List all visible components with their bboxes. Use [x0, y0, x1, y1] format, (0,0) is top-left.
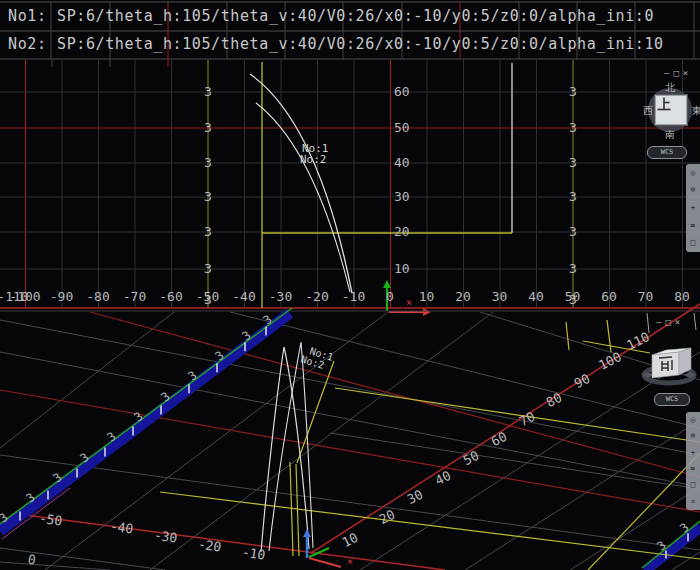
aux-mark-3: 3	[569, 84, 577, 99]
drawing-canvas[interactable]: ×-110-100-90-80-70-60-50-40-30-20-100102…	[0, 0, 700, 570]
aux-mark-3: 3	[569, 292, 577, 307]
ucs-x-axis-3d	[309, 558, 341, 567]
close-icon[interactable]: ×	[675, 317, 684, 327]
param-row2-id: No2:	[8, 31, 47, 58]
nav-tool-icon[interactable]: ¤	[691, 498, 696, 506]
persp-y-tick-label: 40	[433, 468, 454, 488]
aux-mark-3: 3	[569, 120, 577, 135]
persp-grid-line	[672, 552, 700, 570]
top-x-tick-label: 10	[419, 289, 435, 304]
minimize-icon[interactable]: —	[664, 68, 673, 78]
object-line-white-3d[interactable]	[647, 313, 649, 333]
band2-green-edge	[642, 521, 700, 568]
object-line-yellow-3d[interactable]	[607, 320, 611, 352]
object-line-white-3d[interactable]	[694, 313, 696, 330]
object-line-yellow-3d[interactable]	[160, 492, 700, 559]
top-x-tick-label: 20	[455, 289, 471, 304]
nav-tool-icon[interactable]: □	[691, 481, 696, 489]
aux-mark-3: 3	[204, 261, 212, 276]
aux-mark-3: 3	[569, 224, 577, 239]
trajectory-no1[interactable]	[250, 74, 352, 293]
ucs-x-marker: ×	[406, 297, 412, 308]
nav-tool-icon[interactable]: ◎	[691, 416, 696, 424]
persp-y-tick-label: 60	[489, 429, 510, 449]
persp-y-tick-label: 50	[461, 448, 482, 468]
ucs-z-arrowhead	[303, 529, 311, 537]
aux-mark-3: 3	[204, 155, 212, 170]
ucs-selector-pill-top[interactable]: WCS	[647, 146, 687, 159]
restore-icon[interactable]: □	[673, 68, 682, 78]
parameter-row-1: No1: SP:6/theta_h:105/theta_v:40/V0:26/x…	[0, 3, 700, 30]
ucs-y-arrowhead	[383, 280, 391, 288]
persp-y-tick-label: 30	[405, 487, 426, 507]
persp-x-tick-label: 0	[27, 552, 37, 568]
series-label: No:2	[300, 153, 327, 166]
persp-grid-line	[0, 548, 165, 570]
aux-mark-3: 3	[204, 292, 212, 307]
top-y-tick-label: 40	[394, 155, 410, 170]
persp-x-tick-label: -20	[197, 536, 223, 554]
persp-grid-line	[230, 312, 700, 428]
aux-mark-3: 3	[569, 189, 577, 204]
top-x-tick-label: 60	[601, 289, 617, 304]
top-x-tick-label: 40	[528, 289, 544, 304]
top-y-tick-label: 60	[394, 84, 410, 99]
nav-tool-icon[interactable]: ⊕	[691, 186, 696, 194]
persp-grid-line	[0, 312, 174, 448]
param-row2-value: SP:6/theta_h:105/theta_v:40/V0:26/x0:-10…	[57, 31, 664, 58]
object-line-yellow-3d[interactable]	[566, 322, 569, 350]
nav-tool-icon[interactable]: +	[691, 449, 696, 457]
top-x-tick-label: -10	[342, 289, 365, 304]
top-x-tick-label: -20	[305, 289, 328, 304]
ucs-selector-pill-bottom[interactable]: WCS	[654, 393, 690, 406]
top-x-tick-label: -60	[159, 289, 182, 304]
nav-tool-icon[interactable]: □	[691, 239, 696, 247]
aux-mark-3: 3	[204, 120, 212, 135]
persp-grid-line	[0, 562, 110, 570]
nav-tool-icon[interactable]: ≡	[691, 465, 696, 473]
restore-icon[interactable]: □	[665, 317, 674, 327]
top-x-tick-label: 0	[386, 289, 394, 304]
aux-mark-3: 3	[204, 189, 212, 204]
compass-south-label[interactable]: 南	[665, 128, 675, 142]
param-row1-value: SP:6/theta_h:105/theta_v:40/V0:26/x0:-10…	[57, 3, 654, 30]
close-icon[interactable]: ×	[683, 68, 692, 78]
top-x-tick-label: -80	[86, 289, 109, 304]
top-x-tick-label: -100	[9, 289, 40, 304]
persp-grid-line	[330, 433, 700, 489]
compass-east-label[interactable]: 東	[692, 104, 700, 118]
persp-x-tick-label: -50	[38, 510, 64, 528]
nav-tool-icon[interactable]: ≡	[691, 222, 696, 230]
parameter-row-2: No2: SP:6/theta_h:105/theta_v:40/V0:26/x…	[0, 31, 700, 58]
persp-x-tick-label: -10	[241, 544, 267, 562]
viewcube-3d-glyph[interactable]	[638, 338, 700, 388]
aux-mark-3: 3	[569, 261, 577, 276]
kanji-up-glyph	[656, 96, 672, 112]
persp-y-tick-label: 100	[596, 349, 624, 373]
top-x-tick-label: 70	[638, 289, 654, 304]
aux-mark-3: 3	[569, 155, 577, 170]
top-x-tick-label: -40	[232, 289, 255, 304]
nav-tool-icon[interactable]: ◎	[691, 169, 696, 177]
top-x-tick-label: -30	[269, 289, 292, 304]
top-y-tick-label: 20	[394, 224, 410, 239]
top-x-tick-label: -70	[123, 289, 146, 304]
persp-x-tick-label: -30	[153, 527, 179, 545]
compass-west-label[interactable]: 西	[643, 104, 653, 118]
compass-north-label[interactable]: 北	[665, 81, 675, 95]
top-y-tick-label: 10	[394, 261, 410, 276]
navigation-toolbar-top[interactable]: ◎⊕+≡□	[686, 164, 700, 252]
aux-mark-3: 3	[204, 224, 212, 239]
cad-drawing-area[interactable]: ×-110-100-90-80-70-60-50-40-30-20-100102…	[0, 0, 700, 570]
param-row1-id: No1:	[8, 3, 47, 30]
top-x-tick-label: 80	[674, 289, 690, 304]
minimize-icon[interactable]: —	[656, 317, 665, 327]
viewcube-top-face[interactable]	[655, 95, 687, 125]
axis-band-blue[interactable]	[0, 313, 290, 531]
nav-tool-icon[interactable]: ⊕	[691, 432, 696, 440]
navigation-toolbar-bottom[interactable]: ◎⊕+≡□¤	[686, 412, 700, 510]
viewcube-3d[interactable]	[638, 338, 700, 388]
persp-x-tick-label: -40	[109, 518, 135, 536]
object-line-yellow-3d[interactable]	[296, 464, 299, 556]
nav-tool-icon[interactable]: +	[691, 204, 696, 212]
